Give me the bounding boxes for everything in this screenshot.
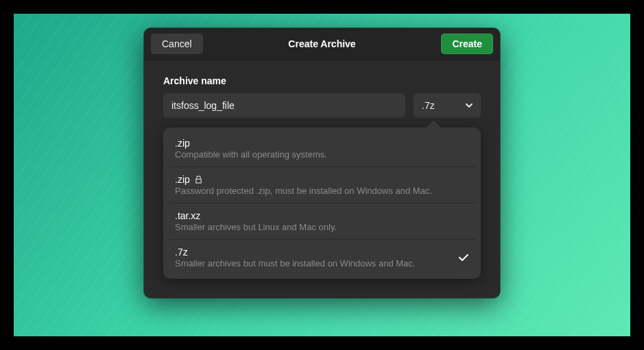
option-description: Password protected .zip, must be install… [175, 186, 469, 196]
option-text-wrapper: .7zSmaller archives but must be installe… [175, 247, 451, 268]
format-option[interactable]: .tar.xzSmaller archives but Linux and Ma… [167, 203, 477, 240]
create-button[interactable]: Create [441, 34, 493, 54]
option-extension: .zip [175, 138, 469, 149]
dialog-titlebar: Cancel Create Archive Create [144, 28, 500, 60]
format-options-list: .zipCompatible with all operating system… [163, 127, 481, 279]
option-extension: .tar.xz [175, 210, 469, 221]
option-description: Smaller archives but must be installed o… [175, 258, 451, 268]
input-row: .7z [163, 93, 481, 118]
dialog-content: Archive name .7z .zipCompatible with all… [144, 60, 500, 298]
option-description: Smaller archives but Linux and Mac only. [175, 222, 469, 232]
chevron-down-icon [466, 102, 473, 109]
format-popover: .zipCompatible with all operating system… [163, 127, 481, 279]
archive-name-input[interactable] [163, 93, 405, 118]
option-text-wrapper: .zipPassword protected .zip, must be ins… [175, 174, 469, 196]
option-description: Compatible with all operating systems. [175, 149, 469, 160]
checkmark-icon [458, 252, 469, 263]
lock-icon [194, 175, 203, 184]
format-dropdown-button[interactable]: .7z [414, 93, 481, 118]
cancel-button[interactable]: Cancel [151, 34, 203, 54]
format-option[interactable]: .zipCompatible with all operating system… [167, 131, 477, 167]
option-text-wrapper: .zipCompatible with all operating system… [175, 138, 469, 160]
dialog-title: Create Archive [288, 38, 355, 49]
option-text-wrapper: .tar.xzSmaller archives but Linux and Ma… [175, 210, 469, 232]
format-selected-label: .7z [422, 100, 435, 111]
format-option[interactable]: .zipPassword protected .zip, must be ins… [167, 167, 477, 203]
option-extension: .zip [175, 174, 469, 185]
create-archive-dialog: Cancel Create Archive Create Archive nam… [144, 28, 500, 298]
format-option[interactable]: .7zSmaller archives but must be installe… [167, 240, 477, 275]
option-extension: .7z [175, 247, 451, 258]
archive-name-label: Archive name [163, 75, 481, 86]
